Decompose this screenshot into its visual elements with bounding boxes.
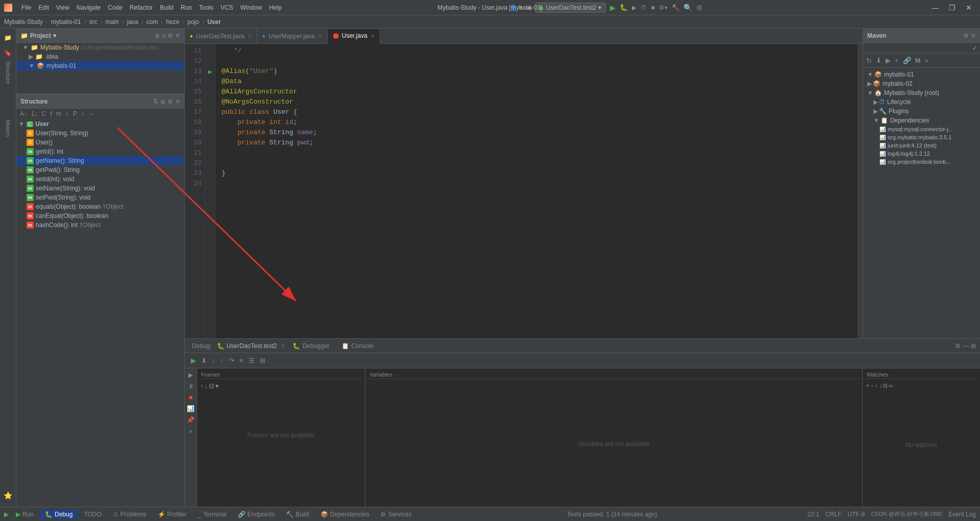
bottom-tab-endpoints[interactable]: 🔗 Endpoints [233, 510, 280, 519]
maven-dep-junit[interactable]: 📊 junit:junit:4.12 (test) [865, 141, 978, 150]
sidebar-icon-project[interactable]: 📁 [1, 31, 15, 45]
debug-tab-console[interactable]: 📋 Console [336, 341, 379, 351]
maximize-button[interactable]: ❐ [945, 3, 960, 13]
project-dropdown-icon[interactable]: ▾ [53, 32, 56, 39]
new-file-icon[interactable]: ⊕ [155, 32, 160, 39]
build-button[interactable]: 🔨 [672, 4, 679, 11]
tab-close-usermapper[interactable]: ✕ [318, 33, 322, 39]
sort-alpha-btn[interactable]: A↓ [18, 110, 29, 118]
profile-button[interactable]: ⏱ [641, 4, 647, 11]
structure-item-constructor1[interactable]: C User(String, String) [16, 129, 184, 138]
filter-public-btn[interactable]: P [71, 110, 79, 118]
debug-button[interactable]: 🐛 [620, 4, 628, 11]
breadcrumb-heze[interactable]: heze [166, 18, 179, 26]
tree-item-idea[interactable]: ▶ 📁 .idea [16, 52, 184, 61]
maven-dependencies[interactable]: ▼ 📋 Dependencies [865, 116, 978, 125]
menu-navigate[interactable]: Navigate [74, 3, 104, 12]
maven-root[interactable]: ▼ 🏠 Mybatis-Study (root) [865, 88, 978, 97]
breadcrumb-user[interactable]: User [207, 18, 221, 26]
menu-help[interactable]: Help [266, 3, 285, 12]
maven-more-icon[interactable]: » [923, 56, 929, 65]
search-button[interactable]: 🔍 [683, 4, 692, 12]
structure-item-getpwd[interactable]: m getPwd(): String [16, 165, 184, 175]
watches-copy-icon[interactable]: ⧉ [883, 382, 888, 389]
maven-settings-icon[interactable]: ⚙ [963, 32, 969, 39]
menu-build[interactable]: Build [157, 3, 177, 12]
more-run-button[interactable]: ⚙▾ [659, 4, 668, 11]
maven-mybatis02[interactable]: ▶ 📦 mybatis-02 [865, 79, 978, 88]
maven-dep-mybatis[interactable]: 📊 org.mybatis:mybatis:3.5.1 [865, 133, 978, 141]
bottom-tab-todo[interactable]: TODO [79, 510, 106, 519]
filter-other-btn[interactable]: ○ [64, 110, 70, 118]
menu-tools[interactable]: Tools [196, 3, 216, 12]
collapse-all-icon[interactable]: ≡ [162, 32, 165, 39]
debug-columns-icon[interactable]: ⊞ [258, 356, 267, 365]
menu-run[interactable]: Run [178, 3, 195, 12]
watches-expand-icon[interactable]: ∞ [889, 382, 893, 389]
breadcrumb-project[interactable]: Mybatis-Study [4, 18, 43, 26]
maven-plugins[interactable]: ▶ 🔧 Plugins [865, 107, 978, 116]
breadcrumb-com[interactable]: com [146, 18, 158, 26]
breadcrumb-module[interactable]: mybatis-01 [51, 18, 81, 26]
coverage-button[interactable]: ▶ [632, 4, 636, 11]
cursor-position[interactable]: 22:1 [807, 511, 819, 518]
debug-layout-icon[interactable]: ⊞ [971, 342, 976, 350]
close-structure-icon[interactable]: ✕ [175, 98, 180, 105]
filter-icon[interactable]: ⚙ [167, 98, 173, 105]
code-editor[interactable]: 11 12 13 14 15 16 17 18 19 20 21 [185, 44, 863, 338]
debug-icon-pin[interactable]: 📌 [186, 415, 195, 425]
watches-add-icon[interactable]: + [866, 382, 869, 389]
frames-up-icon[interactable]: ↑ [200, 382, 204, 390]
bottom-tab-terminal[interactable]: _ Terminal [193, 510, 232, 519]
menu-window[interactable]: Window [237, 3, 265, 12]
debug-icon-more[interactable]: » [188, 427, 193, 436]
debug-step-out-icon[interactable]: ↑ [218, 356, 226, 365]
maven-close-icon[interactable]: ✕ [971, 32, 976, 39]
filter-methods-btn[interactable]: m [55, 110, 63, 118]
bottom-tab-services[interactable]: ⚙ Services [375, 510, 416, 519]
debug-icon-restart[interactable]: ▶ [187, 370, 194, 380]
maven-lifecycle[interactable]: ▶ ⏱ Lifecycle [865, 97, 978, 107]
event-log[interactable]: Event Log [948, 511, 976, 518]
menu-edit[interactable]: Edit [35, 3, 52, 12]
maven-add-icon[interactable]: + [894, 56, 900, 65]
menu-refactor[interactable]: Refactor [127, 3, 156, 12]
run-button[interactable]: ▶ [610, 4, 616, 12]
maven-link-icon[interactable]: 🔗 [902, 56, 912, 65]
sort-alpha-icon[interactable]: ⇅ [153, 98, 158, 105]
collapse-btn[interactable]: ↔ [87, 110, 96, 118]
debug-icon-pause[interactable]: ⏸ [187, 382, 195, 391]
debug-restart-icon[interactable]: ▶ [189, 356, 198, 365]
settings-button[interactable]: ⚙ [696, 4, 703, 12]
menu-code[interactable]: Code [105, 3, 126, 12]
watches-up-icon[interactable]: ↑ [875, 382, 878, 389]
settings-icon[interactable]: ⚙ [167, 32, 173, 39]
structure-item-setpwd[interactable]: m setPwd(String): void [16, 193, 184, 202]
debug-minimize-icon[interactable]: — [963, 342, 969, 350]
sidebar-icon-bookmark[interactable]: 🔖 [1, 46, 15, 60]
structure-item-getid[interactable]: m getId(): int [16, 147, 184, 156]
frames-settings-icon[interactable]: ▾ [215, 382, 219, 390]
watches-down-icon[interactable]: ↓ [879, 382, 882, 389]
maven-dep-log4j[interactable]: 📊 log4j:log4j:1.2.12 [865, 150, 978, 158]
maven-M-icon[interactable]: M [914, 56, 922, 65]
maven-dep-lombok[interactable]: 📊 org.projectlombok:lomb... [865, 158, 978, 166]
charset[interactable]: UTF-8 [847, 511, 865, 518]
breadcrumb-src[interactable]: src [89, 18, 97, 26]
structure-item-getname[interactable]: m getName(): String [16, 156, 184, 165]
breadcrumb-java[interactable]: java [127, 18, 138, 26]
sort-order-btn[interactable]: 1↓ [30, 110, 39, 118]
code-content[interactable]: */ @Alias("User") @Data @AllArgsConstruc… [215, 44, 857, 338]
maven-dep-mysql[interactable]: 📊 mysql:mysql-connector-j... [865, 125, 978, 133]
structure-root-user[interactable]: ▼ C User [16, 119, 184, 129]
menu-view[interactable]: View [53, 3, 72, 12]
debug-step-into-icon[interactable]: ↓ [210, 356, 217, 365]
filter-inherited-btn[interactable]: C [40, 110, 48, 118]
debug-session-close[interactable]: ✕ [281, 342, 285, 349]
bottom-tab-debug[interactable]: 🐛 Debug [40, 510, 78, 519]
expand-all-btn[interactable]: ↕ [80, 110, 86, 118]
tab-user[interactable]: 🔴 User.java ✕ [328, 29, 380, 44]
menu-vcs[interactable]: VCS [217, 3, 236, 12]
tab-usermapper[interactable]: ● UserMapper.java ✕ [257, 29, 328, 43]
watches-remove-icon[interactable]: − [870, 382, 874, 389]
